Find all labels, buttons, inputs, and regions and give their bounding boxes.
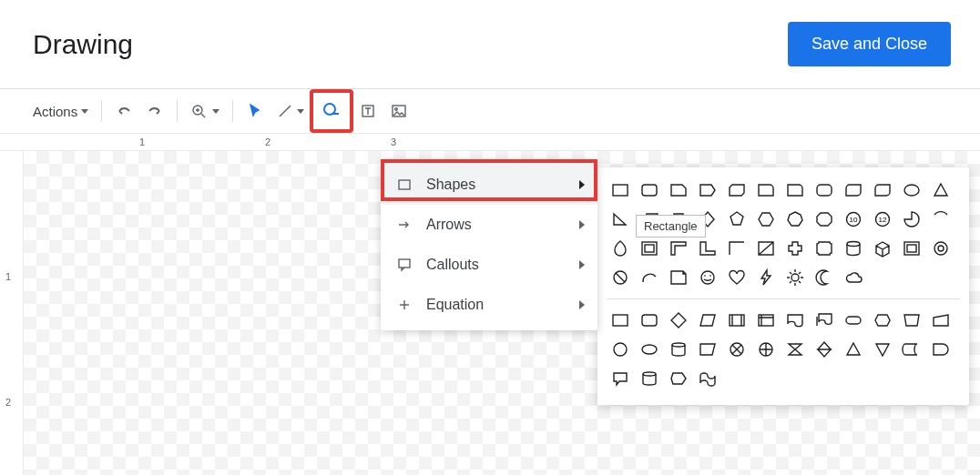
menu-item-callouts[interactable]: Callouts xyxy=(381,245,597,285)
shape-moon[interactable] xyxy=(811,264,838,291)
select-tool[interactable] xyxy=(240,96,270,126)
shape-cube[interactable] xyxy=(869,235,896,262)
shape-home-plate[interactable] xyxy=(694,177,721,204)
menu-item-shapes[interactable]: Shapes xyxy=(381,165,597,205)
shape-merge[interactable] xyxy=(869,336,896,363)
shape-rect[interactable] xyxy=(607,307,634,334)
svg-point-27 xyxy=(791,274,799,281)
shape-callout-round[interactable] xyxy=(607,365,634,392)
shape-can[interactable] xyxy=(840,235,867,262)
shape-no-symbol[interactable] xyxy=(607,264,634,291)
textbox-tool[interactable] xyxy=(353,96,383,126)
shape-round-diagonal[interactable] xyxy=(840,177,867,204)
shape-heptagon[interactable] xyxy=(781,206,809,233)
shape-disk[interactable] xyxy=(636,365,663,392)
shape-oval-flow[interactable] xyxy=(636,336,663,363)
zoom-button[interactable] xyxy=(185,96,225,126)
shape-half-frame[interactable] xyxy=(665,235,692,262)
shape-corner[interactable] xyxy=(723,235,750,262)
shape-sun[interactable] xyxy=(781,264,809,291)
shape-right-triangle[interactable] xyxy=(607,206,634,233)
shape-trapezoid-flow[interactable] xyxy=(898,307,925,334)
svg-rect-10 xyxy=(817,185,832,196)
shape-round-rect[interactable] xyxy=(636,307,663,334)
shape-plaque[interactable] xyxy=(811,235,838,262)
chevron-right-icon xyxy=(579,260,585,269)
shape-donut[interactable] xyxy=(927,235,954,262)
shape-drum[interactable] xyxy=(665,336,692,363)
separator xyxy=(607,298,960,299)
ruler-mark: 3 xyxy=(391,136,396,147)
shape-tool[interactable] xyxy=(311,91,352,131)
shape-manual-input[interactable] xyxy=(927,307,954,334)
save-and-close-button[interactable]: Save and Close xyxy=(788,22,951,66)
shape-rounded-rectangle[interactable] xyxy=(636,177,663,204)
shape-data[interactable] xyxy=(694,336,721,363)
svg-point-11 xyxy=(904,185,919,196)
undo-icon xyxy=(116,103,132,119)
menu-item-equation[interactable]: Equation xyxy=(381,285,597,325)
shape-document[interactable] xyxy=(781,307,809,334)
shape-circle[interactable] xyxy=(607,336,634,363)
shape-parallelogram-flow[interactable] xyxy=(694,307,721,334)
shape-cross[interactable] xyxy=(781,235,809,262)
svg-point-18 xyxy=(847,242,860,247)
shape-round-opposite[interactable] xyxy=(869,177,896,204)
shape-smiley[interactable] xyxy=(694,264,721,291)
shape-octagon[interactable] xyxy=(811,206,838,233)
shape-snip-round[interactable] xyxy=(752,177,780,204)
shape-sort[interactable] xyxy=(811,336,838,363)
shape-oval[interactable] xyxy=(898,177,925,204)
shape-pentagon[interactable] xyxy=(723,206,750,233)
shape-terminator[interactable] xyxy=(840,307,867,334)
menu-item-label: Equation xyxy=(426,297,484,313)
shape-chord[interactable] xyxy=(927,206,954,233)
shape-pie[interactable] xyxy=(898,206,925,233)
shape-stored[interactable] xyxy=(898,336,925,363)
redo-button[interactable] xyxy=(140,96,169,126)
shape-hexagon[interactable] xyxy=(752,206,780,233)
shape-summing[interactable] xyxy=(723,336,750,363)
shape-tape[interactable] xyxy=(694,365,721,392)
shape-rectangle[interactable] xyxy=(607,177,634,204)
line-tool[interactable] xyxy=(271,96,310,126)
textbox-icon xyxy=(360,103,376,119)
shape-hexagon-flow[interactable] xyxy=(869,307,896,334)
shape-arc[interactable] xyxy=(636,264,663,291)
shape-triangle[interactable] xyxy=(927,177,954,204)
shape-heart[interactable] xyxy=(723,264,750,291)
shape-internal-storage[interactable] xyxy=(752,307,780,334)
shape-multidocument[interactable] xyxy=(811,307,838,334)
shape-delay[interactable] xyxy=(927,336,954,363)
svg-text:10: 10 xyxy=(850,216,858,224)
svg-rect-32 xyxy=(846,317,861,324)
shape-collate[interactable] xyxy=(781,336,809,363)
shape-lightning[interactable] xyxy=(752,264,780,291)
actions-menu[interactable]: Actions xyxy=(27,96,94,126)
shape-diamond-flow[interactable] xyxy=(665,307,692,334)
shape-cloud[interactable] xyxy=(840,264,867,291)
shape-bevel[interactable] xyxy=(898,235,925,262)
shape-decagon[interactable]: 10 xyxy=(840,206,867,233)
line-icon xyxy=(277,103,293,119)
shape-round-same[interactable] xyxy=(811,177,838,204)
shape-folded-corner[interactable] xyxy=(665,264,692,291)
shape-round-single[interactable] xyxy=(781,177,809,204)
shape-display[interactable] xyxy=(665,365,692,392)
shape-dodecagon[interactable]: 12 xyxy=(869,206,896,233)
shape-predefined[interactable] xyxy=(723,307,750,334)
shape-extract[interactable] xyxy=(840,336,867,363)
svg-rect-7 xyxy=(399,259,410,268)
shape-snip-diagonal[interactable] xyxy=(723,177,750,204)
menu-item-label: Callouts xyxy=(426,257,479,273)
svg-point-33 xyxy=(614,343,627,356)
image-tool[interactable] xyxy=(384,96,413,126)
shape-diagonal-stripe[interactable] xyxy=(752,235,780,262)
menu-item-arrows[interactable]: Arrows xyxy=(381,205,597,245)
undo-button[interactable] xyxy=(109,96,138,126)
shape-snip-corner[interactable] xyxy=(665,177,692,204)
shape-l-shape[interactable] xyxy=(694,235,721,262)
shape-or[interactable] xyxy=(752,336,780,363)
shape-teardrop[interactable] xyxy=(607,235,634,262)
shape-frame[interactable] xyxy=(636,235,663,262)
